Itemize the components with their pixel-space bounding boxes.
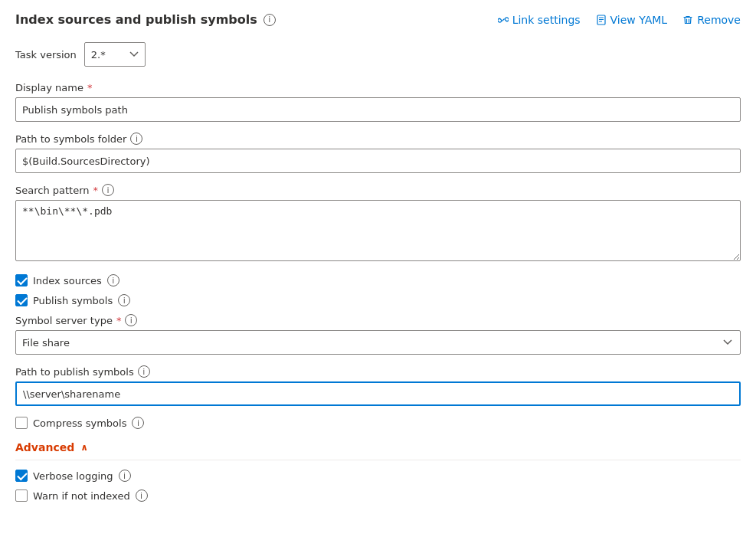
symbol-server-type-info-icon[interactable]: i — [125, 314, 137, 326]
display-name-label: Display name * — [15, 82, 741, 93]
search-pattern-info-icon[interactable]: i — [102, 184, 114, 196]
view-yaml-button[interactable]: View YAML — [596, 14, 668, 26]
remove-icon — [682, 15, 693, 25]
path-publish-symbols-label: Path to publish symbols i — [15, 365, 741, 378]
warn-not-indexed-checkbox[interactable] — [15, 489, 28, 502]
header: Index sources and publish symbols i Link… — [15, 12, 741, 27]
index-sources-info-icon[interactable]: i — [107, 274, 119, 286]
warn-not-indexed-label[interactable]: Warn if not indexed — [33, 490, 130, 502]
advanced-label: Advanced — [15, 441, 74, 453]
page-title: Index sources and publish symbols — [15, 12, 257, 27]
header-left: Index sources and publish symbols i — [15, 12, 276, 27]
advanced-chevron-icon: ∧ — [80, 442, 88, 453]
page-container: Index sources and publish symbols i Link… — [0, 0, 756, 550]
path-publish-symbols-input[interactable] — [15, 381, 741, 406]
search-pattern-textarea[interactable]: **\bin\**\*.pdb — [15, 200, 741, 261]
publish-symbols-info-icon[interactable]: i — [118, 294, 130, 306]
task-version-label: Task version — [15, 49, 77, 61]
warn-not-indexed-row: Warn if not indexed i — [15, 489, 741, 502]
advanced-header[interactable]: Advanced ∧ — [15, 441, 741, 460]
display-name-row: Display name * — [15, 82, 741, 122]
link-settings-button[interactable]: Link settings — [498, 14, 581, 26]
display-name-required: * — [87, 82, 93, 93]
task-version-row: Task version 2.* 1.* — [15, 42, 741, 67]
path-symbols-folder-info-icon[interactable]: i — [130, 133, 142, 145]
path-symbols-folder-label: Path to symbols folder i — [15, 133, 741, 145]
verbose-logging-checkbox[interactable] — [15, 470, 28, 482]
search-pattern-label: Search pattern * i — [15, 184, 741, 196]
remove-label: Remove — [697, 14, 741, 26]
path-symbols-folder-input[interactable] — [15, 149, 741, 173]
publish-symbols-label[interactable]: Publish symbols — [33, 295, 113, 306]
search-pattern-required: * — [93, 185, 99, 196]
verbose-logging-label[interactable]: Verbose logging — [33, 470, 113, 482]
compress-symbols-info-icon[interactable]: i — [132, 417, 144, 429]
form-section: Display name * Path to symbols folder i … — [15, 82, 741, 437]
verbose-logging-row: Verbose logging i — [15, 470, 741, 482]
verbose-logging-info-icon[interactable]: i — [119, 470, 131, 482]
symbol-server-type-required: * — [116, 315, 122, 326]
path-symbols-folder-row: Path to symbols folder i — [15, 133, 741, 173]
remove-button[interactable]: Remove — [682, 14, 741, 26]
index-sources-row: Index sources i — [15, 274, 741, 286]
symbol-server-type-label: Symbol server type * i — [15, 314, 741, 326]
display-name-input[interactable] — [15, 97, 741, 122]
warn-not-indexed-info-icon[interactable]: i — [136, 489, 148, 502]
header-actions: Link settings View YAML Remove — [498, 14, 741, 26]
publish-symbols-row: Publish symbols i — [15, 294, 741, 306]
task-version-select[interactable]: 2.* 1.* — [84, 42, 146, 67]
path-publish-symbols-info-icon[interactable]: i — [138, 365, 150, 378]
compress-symbols-checkbox[interactable] — [15, 417, 28, 429]
title-info-icon[interactable]: i — [263, 14, 276, 26]
view-yaml-icon — [596, 15, 607, 25]
index-sources-checkbox[interactable] — [15, 274, 28, 286]
compress-symbols-row: Compress symbols i — [15, 417, 741, 429]
advanced-section: Advanced ∧ Verbose logging i Warn if not… — [15, 441, 741, 502]
link-settings-label: Link settings — [512, 14, 581, 26]
symbol-server-type-select[interactable]: File share Azure Artifacts — [15, 330, 741, 355]
search-pattern-row: Search pattern * i **\bin\**\*.pdb — [15, 184, 741, 264]
compress-symbols-label[interactable]: Compress symbols — [33, 417, 126, 429]
publish-symbols-checkbox[interactable] — [15, 294, 28, 306]
index-sources-label[interactable]: Index sources — [33, 275, 102, 286]
view-yaml-label: View YAML — [610, 14, 668, 26]
symbol-server-type-row: Symbol server type * i File share Azure … — [15, 314, 741, 355]
path-publish-symbols-row: Path to publish symbols i — [15, 365, 741, 406]
link-settings-icon — [498, 15, 509, 25]
